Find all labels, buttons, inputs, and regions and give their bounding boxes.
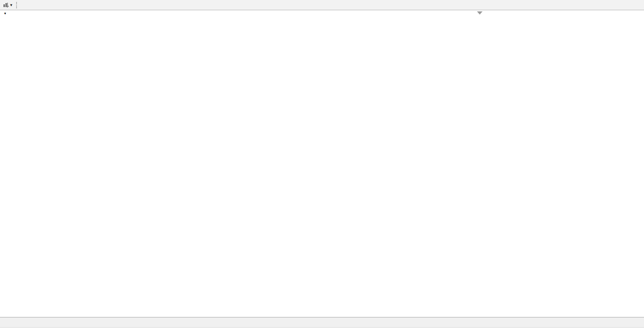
chart-dropdown-icon[interactable]: ▼ (4, 12, 7, 15)
macd-label (3, 272, 8, 277)
status-strip (0, 327, 644, 330)
mt4-window: ▼ ▼ (0, 0, 644, 330)
chart-canvas[interactable] (0, 0, 644, 330)
rsi-label (3, 231, 6, 236)
chart-shift-marker[interactable] (477, 11, 483, 15)
chart-title: ▼ (4, 12, 20, 15)
symbol-tab-bar (0, 317, 644, 328)
